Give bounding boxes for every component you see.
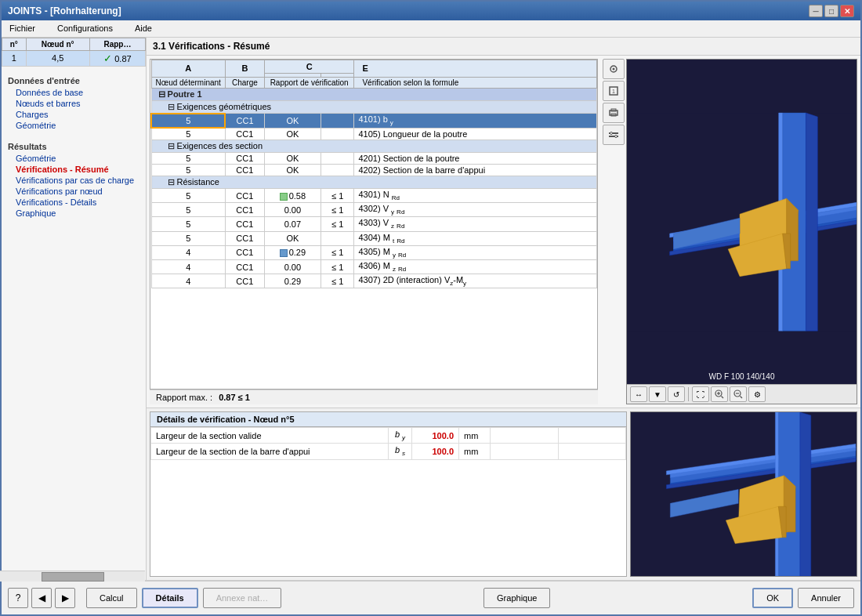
3d-btn-settings[interactable]: ⚙ [748,386,766,402]
nav-verifications-details[interactable]: Vérifications - Détails [2,197,146,208]
sub-e-label: Vérification selon la formule [354,77,597,88]
cell-b-4305: CC1 [225,245,264,259]
cell-c-4301: 0.58 [264,189,321,203]
details-symbol-1: b s [389,444,412,459]
print-action-btn[interactable] [603,103,625,123]
export-action-btn[interactable]: 1 [603,81,625,101]
bottom-left-icons: ? ◀ ▶ [8,588,75,608]
details-row-1[interactable]: Largeur de la section de la barre d'appu… [151,444,626,459]
menu-bar: Fichier Configurations Aide [2,20,860,38]
cell-d-4307: ≤ 1 [321,274,354,288]
dot-4305 [280,249,288,257]
table-row[interactable]: 1 4,5 ✓ 0.87 [2,50,146,66]
nav-charges[interactable]: Charges [2,109,146,120]
table-row-4201[interactable]: 5 CC1 OK 4201) Section de la poutre [151,153,597,165]
cell-e-4301: 4301) N Rd [354,189,597,203]
3d-btn-zoom-out[interactable] [730,386,747,402]
cell-a-4303: 5 [151,217,225,231]
left-scrollbar[interactable] [2,571,145,580]
group-row-poutre1[interactable]: ⊟ Poutre 1 [151,88,597,100]
cell-a-4307: 4 [151,274,225,288]
nav-verifications-cas[interactable]: Vérifications par cas de charge [2,175,146,186]
row-noeud: 4,5 [26,50,89,66]
table-row-4202[interactable]: 5 CC1 OK 4202) Section de la barre d'app… [151,165,597,176]
cell-b-4105: CC1 [225,128,264,140]
subgroup-row-resistance[interactable]: ⊟ Résistance [151,176,597,189]
ok-button[interactable]: OK [752,588,793,608]
annexe-button[interactable]: Annexe nat… [203,588,282,608]
cell-a-4306: 4 [151,260,225,274]
details-unit-0: mm [459,428,491,444]
verif-scroll-area[interactable]: A B C E Nœud détermina [150,59,598,390]
right-content: 3.1 Vérifications - Résumé A B C E [147,38,860,580]
cell-e-4305: 4305) M y Rd [354,245,597,259]
details-button[interactable]: Détails [142,588,198,608]
table-row-4303[interactable]: 5 CC1 0.07 ≤ 1 4303) V z Rd [151,217,597,231]
menu-aide[interactable]: Aide [130,22,157,34]
details-row-0[interactable]: Largeur de la section valide b y 100.0 m… [151,428,626,444]
nav-donnees-base[interactable]: Données de base [2,87,146,98]
help-btn[interactable]: ? [8,588,28,608]
3d-canvas: WD F 100 140/140 [627,60,857,384]
table-row-4306[interactable]: 4 CC1 0.00 ≤ 1 4306) M z Rd [151,260,597,274]
3d-btn-down[interactable]: ▼ [649,386,666,402]
table-row-4305[interactable]: 4 CC1 0.29 ≤ 1 4305) M y Rd [151,245,597,259]
cell-a-4305: 4 [151,245,225,259]
nav-noeuds-barres[interactable]: Nœuds et barres [2,98,146,109]
nav-verifications-resume[interactable]: Vérifications - Résumé [2,164,146,175]
table-row-4302[interactable]: 5 CC1 0.00 ≤ 1 4302) V y Rd [151,203,597,217]
3d-svg [627,60,857,384]
3d-toolbar: ↔ ▼ ↺ ⛶ ⚙ [627,384,857,404]
cell-a-4101: 5 [151,114,225,128]
nav-graphique[interactable]: Graphique [2,208,146,219]
subgroup-row-section[interactable]: ⊟ Exigences des section [151,140,597,153]
details-unit-1: mm [459,444,491,459]
cell-b-4201: CC1 [225,153,264,165]
cell-e-4101: 4101) b y [354,114,597,128]
table-row-4105[interactable]: 5 CC1 OK 4105) Longueur de la poutre [151,128,597,140]
calcul-button[interactable]: Calcul [86,588,137,608]
svg-point-1 [613,67,615,70]
nav-verifications-noeud[interactable]: Vérifications par nœud [2,186,146,197]
table-row-4301[interactable]: 5 CC1 0.58 ≤ 1 4301) N Rd [151,189,597,203]
table-row-4304[interactable]: 5 CC1 OK 4304) M t Rd [151,231,597,245]
config-action-btn[interactable] [603,125,625,145]
3d-btn-zoom-in[interactable] [711,386,728,402]
next-btn[interactable]: ▶ [55,588,75,608]
annuler-button[interactable]: Annuler [798,588,854,608]
table-row-4307[interactable]: 4 CC1 0.29 ≤ 1 4307) 2D (interaction) Vz… [151,274,597,288]
subgroup-row-geo[interactable]: ⊟ Exigences géométriques [151,100,597,114]
nav-geometrie-r[interactable]: Géométrie [2,153,146,164]
details-table-container: Détails de vérification - Nœud n°5 Large… [150,411,627,577]
menu-configurations[interactable]: Configurations [53,22,118,34]
cell-b-4306: CC1 [225,260,264,274]
cell-d-4202 [321,165,354,176]
menu-fichier[interactable]: Fichier [5,22,40,34]
details-extra2-0 [558,428,626,444]
maximize-button[interactable]: □ [824,5,838,17]
graphique-button[interactable]: Graphique [484,588,550,608]
details-extra-0 [491,428,559,444]
prev-btn[interactable]: ◀ [31,588,52,608]
close-button[interactable]: ✕ [840,5,854,17]
3d-btn-fit[interactable]: ⛶ [692,386,709,402]
nav-geometrie[interactable]: Géométrie [2,120,146,131]
details-extra-1 [491,444,559,459]
cell-e-4307: 4307) 2D (interaction) Vz-My [354,274,597,288]
minimize-button[interactable]: ─ [809,5,823,17]
svg-point-9 [610,132,613,134]
window-title: JOINTS - [Rohrhalterung] [8,5,121,16]
details-extra2-1 [558,444,626,459]
cell-b-4303: CC1 [225,217,264,231]
check-icon: ✓ [103,53,112,64]
view-action-btn[interactable] [603,59,625,79]
3d-btn-rotate[interactable]: ↺ [668,386,685,402]
table-row-4101[interactable]: 5 CC1 OK 4101) b y [151,114,597,128]
sub-c-label: Rapport de vérification [264,77,354,88]
title-bar: JOINTS - [Rohrhalterung] ─ □ ✕ [2,2,860,20]
cell-c-4304: OK [264,231,321,245]
rapport-max-row: Rapport max. : 0.87 ≤ 1 [150,390,598,404]
3d-btn-move[interactable]: ↔ [630,386,647,402]
main-layout: n° Nœud n° Rapp… 1 4,5 ✓ 0.87 [2,38,860,580]
cell-d-4201 [321,153,354,165]
